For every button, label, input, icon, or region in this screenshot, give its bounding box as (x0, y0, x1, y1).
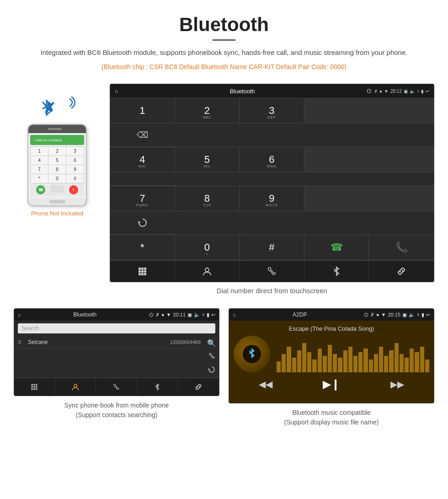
dial-grid-icon[interactable] (110, 261, 175, 282)
pb-sync-icon[interactable] (208, 366, 215, 375)
svg-rect-10 (32, 384, 33, 386)
dial-key-9[interactable]: 9 WXYZ (240, 186, 304, 211)
phone-key-6: 6 (66, 156, 84, 165)
dial-key-3[interactable]: 3 DEF (240, 98, 304, 123)
dial-bluetooth-icon[interactable] (304, 261, 369, 282)
music-home-icon: ⌂ (233, 312, 236, 317)
viz-bar-26 (410, 349, 414, 372)
dial-key-empty-2 (304, 147, 434, 172)
backspace-icon: ⌫ (137, 130, 148, 140)
svg-rect-5 (144, 270, 146, 273)
dial-key-5[interactable]: 5 JKL (175, 147, 240, 172)
pb-time: 20:11 (173, 312, 186, 317)
pb-call-icon[interactable] (208, 352, 215, 361)
music-statusbar: ⌂ A2DP ⌬ ✗ ● ▼ 20:15 ▣ 🔈 ☓ ▮ ↩ (229, 309, 434, 321)
dial-link-icon[interactable] (369, 261, 434, 282)
viz-bar-16 (358, 352, 363, 372)
phone-key-star: * (31, 174, 48, 183)
viz-bar-21 (384, 356, 388, 372)
dial-key-8[interactable]: 8 TUV (175, 186, 240, 211)
svg-rect-13 (32, 386, 33, 388)
pb-phone-icon (208, 352, 215, 359)
svg-rect-7 (141, 273, 144, 275)
viz-bar-6 (307, 352, 311, 372)
svg-rect-3 (139, 270, 141, 273)
bt2-icon (154, 383, 160, 391)
music-caption-line1: Bluetooth music compatible (292, 409, 370, 416)
music-vol-icon: 🔈 (409, 312, 415, 318)
music-prev-icon[interactable]: ◀◀ (259, 379, 272, 390)
link2-icon (194, 383, 203, 391)
pb-search-icon[interactable]: 🔍 (207, 339, 216, 348)
music-screen: ⌂ A2DP ⌬ ✗ ● ▼ 20:15 ▣ 🔈 ☓ ▮ ↩ Escape (T… (229, 308, 434, 403)
dial-contacts-icon[interactable] (175, 261, 240, 282)
middle-section: ✗ + Add to Contacts (0, 84, 448, 304)
pb-bt2-icon[interactable] (137, 378, 178, 396)
phone-key-5: 5 (48, 156, 66, 165)
redial-icon (138, 218, 148, 228)
phone-keypad: 1 2 3 4 5 6 7 8 9 * 0 # (30, 146, 84, 183)
phone-key-hash: # (66, 174, 84, 183)
pb-bt-icon: ✗ (155, 312, 160, 318)
svg-rect-16 (32, 389, 33, 390)
dial-statusbar: ⌂ Bluetooth ⌬ ✗ ● ▼ 20:12 ▣ 🔈 ☓ ▮ ↩ (110, 84, 434, 98)
phone-key-0: 0 (48, 174, 66, 183)
pb-phone2-icon[interactable] (96, 378, 137, 396)
dial-key-2[interactable]: 2 ABC (175, 98, 240, 123)
phonebook-caption-line2: (Support contacts searching) (76, 411, 158, 419)
dial-key-3-sub: DEF (267, 115, 276, 119)
dial-call-green[interactable]: ☎ (304, 235, 369, 260)
phone-display (50, 185, 64, 193)
page-title: Bluetooth (27, 14, 421, 36)
music-content-area: Escape (The Pina Colada Song) ◀◀ (229, 321, 434, 403)
wifi-waves-icon (61, 95, 75, 110)
dial-key-0[interactable]: 0 + (175, 235, 240, 260)
dial-key-star[interactable]: * (110, 235, 175, 260)
album-art (234, 336, 270, 372)
music-next-icon[interactable]: ▶▶ (390, 379, 404, 390)
phone-key-2: 2 (48, 147, 66, 156)
phone-call-green: ☎ (36, 185, 45, 194)
pb-link2-icon[interactable] (178, 378, 219, 396)
usb-icon: ⌬ (367, 88, 371, 94)
dial-key-7[interactable]: 7 PQRS (110, 186, 175, 211)
contact-number: 13566664466 (170, 339, 201, 345)
call-green-icon: ☎ (331, 241, 343, 253)
phone-status-bar: + Add to Contacts (30, 135, 84, 145)
pb-person-icon[interactable] (55, 378, 96, 396)
dial-key-1[interactable]: 1 (110, 98, 175, 123)
phone-key-8: 8 (48, 165, 66, 174)
viz-bar-25 (405, 358, 409, 372)
phone-key-4: 4 (31, 156, 48, 165)
svg-rect-18 (36, 389, 37, 390)
viz-bar-18 (369, 359, 373, 372)
dial-key-hash[interactable]: # (240, 235, 304, 260)
music-caption-line2: (Support display music file name) (284, 419, 379, 426)
dial-phone-icon[interactable] (240, 261, 304, 282)
dial-backspace[interactable]: ⌫ (110, 123, 175, 147)
dial-key-4[interactable]: 4 GHI (110, 147, 175, 172)
dial-redial[interactable] (110, 211, 175, 235)
pb-usb-icon: ⌬ (149, 312, 154, 318)
pb-vol-icon: 🔈 (194, 312, 200, 318)
phonebook-search-bar[interactable]: Search (18, 323, 215, 333)
dial-key-empty-1 (304, 98, 434, 123)
dial-key-9-sub: WXYZ (266, 203, 278, 207)
svg-rect-14 (34, 386, 35, 388)
music-win-icon: ▮ (421, 312, 424, 318)
contact-entry-seicane: S Seicane 13566664466 (14, 336, 204, 349)
dial-key-6[interactable]: 6 MNO (240, 147, 304, 172)
music-visualizer (277, 336, 429, 372)
pb-apps-icon[interactable] (14, 378, 55, 396)
music-panel: ⌂ A2DP ⌬ ✗ ● ▼ 20:15 ▣ 🔈 ☓ ▮ ↩ Escape (T… (229, 308, 434, 427)
grid-icon (138, 267, 147, 276)
phone-not-included-label: Phone Not Included (31, 210, 83, 217)
viz-bar-0 (277, 361, 281, 372)
music-x-icon: ☓ (417, 312, 420, 318)
music-time: 20:15 (388, 312, 400, 317)
music-title-bar: A2DP (238, 311, 362, 318)
music-play-pause-icon[interactable]: ▶❙ (323, 378, 340, 391)
dial-key-6-sub: MNO (267, 164, 277, 168)
dial-call-red[interactable]: 📞 (369, 235, 434, 260)
phone-bar-text: + Add to Contacts (33, 138, 62, 142)
